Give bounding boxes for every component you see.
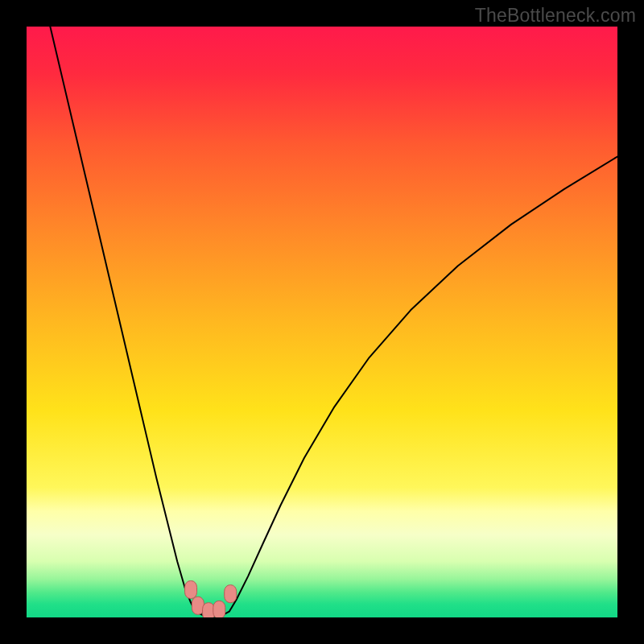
- outer-frame: TheBottleneck.com: [0, 0, 644, 644]
- valley-marker: [225, 585, 237, 603]
- chart-svg: [27, 27, 617, 617]
- valley-marker: [213, 601, 225, 617]
- valley-marker: [185, 581, 197, 599]
- gradient-background: [27, 27, 617, 617]
- plot-area: [27, 27, 617, 617]
- watermark-text: TheBottleneck.com: [475, 5, 636, 27]
